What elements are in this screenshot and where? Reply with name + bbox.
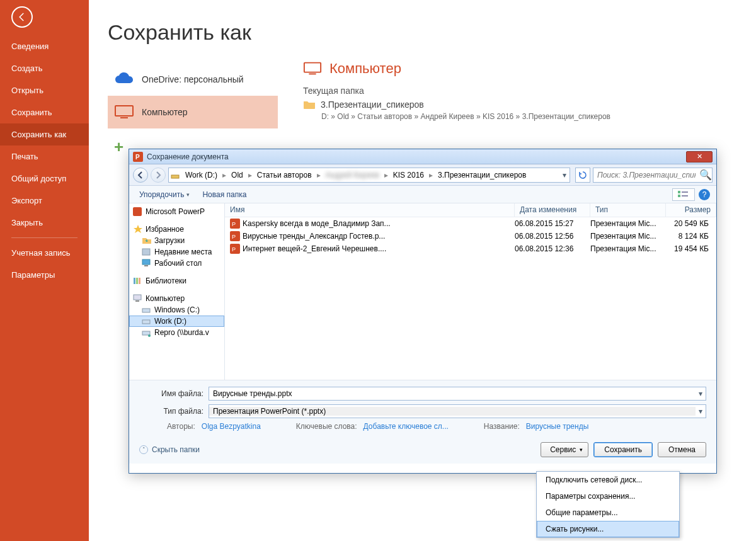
plus-icon: + [114,137,123,157]
svg-rect-13 [142,259,150,265]
backstage-item-0[interactable]: Сведения [0,35,89,57]
svg-rect-18 [134,295,141,300]
breadcrumb-dropdown[interactable]: ▾ [559,168,570,182]
tree-drive-d[interactable]: Work (D:) [129,316,224,327]
svg-text:P: P [232,234,236,240]
tree-drive-c[interactable]: Windows (C:) [129,304,224,316]
backstage-sidebar: СведенияСоздатьОткрытьСохранитьСохранить… [0,0,89,541]
tree-desktop[interactable]: Рабочий стол [129,258,224,269]
tree-downloads[interactable]: Загрузки [129,235,224,246]
backstage-item-8[interactable]: Закрыть [0,212,89,234]
keywords-value[interactable]: Добавьте ключевое сл... [364,422,449,431]
page-title: Сохранить как [108,20,756,45]
tools-menu-item[interactable]: Подключить сетевой диск... [537,472,679,488]
filename-label: Имя файла: [139,389,209,398]
save-dialog: P Сохранение документа ✕ Work (D:)▸Old▸С… [129,149,717,474]
filetype-dropdown[interactable]: ▾ [696,405,706,418]
breadcrumb-seg[interactable]: Статьи авторов [253,171,316,179]
backstage-options[interactable]: Параметры [0,264,89,286]
search-icon: 🔍 [699,169,712,181]
star-icon [133,225,143,234]
breadcrumb-seg[interactable]: Old [227,171,247,179]
filename-dropdown[interactable]: ▾ [696,387,706,400]
location-column: Компьютер Текущая папка 3.Презентации_сп… [303,60,694,121]
breadcrumb[interactable]: Work (D:)▸Old▸Статьи авторов▸Андрей Кире… [168,168,570,183]
tree-recent[interactable]: Недавние места [129,246,224,258]
backstage-item-7[interactable]: Экспорт [0,190,89,212]
place-computer-label: Компьютер [142,107,187,117]
svg-text:P: P [135,154,140,161]
cancel-button[interactable]: Отмена [658,442,706,457]
tools-menu-item[interactable]: Сжать рисунки... [537,521,679,537]
nav-back-button[interactable] [133,168,148,183]
backstage-item-4[interactable]: Сохранить как [0,123,89,145]
place-onedrive-label: OneDrive: персональный [142,74,244,84]
col-date[interactable]: Дата изменения [515,203,590,217]
dialog-close-button[interactable]: ✕ [686,151,713,162]
file-row[interactable]: PKaspersky всегда в моде_Владимир Зап...… [225,217,716,230]
backstage-item-1[interactable]: Создать [0,57,89,79]
tree-computer[interactable]: Компьютер [129,293,224,304]
hide-folders-button[interactable]: ˄ Скрыть папки [139,445,200,454]
search-input[interactable] [593,171,699,179]
svg-rect-17 [139,278,140,284]
breadcrumb-seg[interactable]: Work (D:) [181,171,221,179]
tools-menu-item[interactable]: Общие параметры... [537,504,679,521]
powerpoint-icon [133,207,143,216]
dialog-footer: ˄ Скрыть папки Сервис Сохранить Отмена [129,436,716,464]
backstage-account[interactable]: Учетная запись [0,242,89,264]
file-row[interactable]: PИнтернет вещей-2_Евгений Черешнев....06… [225,242,716,255]
tree-libraries[interactable]: Библиотеки [129,275,224,287]
backstage-item-5[interactable]: Печать [0,145,89,168]
filename-input[interactable] [209,389,696,398]
pptx-icon: P [230,244,240,254]
back-button[interactable] [11,6,33,28]
col-type[interactable]: Тип [590,203,666,217]
save-button[interactable]: Сохранить [593,442,653,457]
tools-button[interactable]: Сервис [541,442,588,457]
authors-label: Авторы: [167,422,195,431]
dialog-navbar: Work (D:)▸Old▸Статьи авторов▸Андрей Кире… [129,164,716,186]
tree-powerpoint[interactable]: Microsoft PowerP [129,206,224,217]
svg-rect-15 [134,278,135,284]
place-onedrive[interactable]: OneDrive: персональный [108,63,278,96]
breadcrumb-seg[interactable]: Андрей Киреев [322,171,383,179]
title-value[interactable]: Вирусные тренды [526,422,588,431]
search-box[interactable]: 🔍 [593,168,713,183]
location-header: Компьютер [303,60,694,77]
filetype-combo[interactable] [209,407,696,416]
computer-icon [133,294,143,303]
breadcrumb-seg[interactable]: KIS 2016 [389,171,428,179]
view-mode-button[interactable] [672,188,695,201]
current-folder[interactable]: 3.Презентации_спикеров [303,100,694,110]
drive-icon [142,305,152,314]
svg-rect-16 [136,278,138,284]
backstage-item-6[interactable]: Общий доступ [0,168,89,190]
svg-rect-11 [133,207,142,216]
new-folder-button[interactable]: Новая папка [196,189,253,200]
authors-value[interactable]: Olga Bezpyatkina [202,422,261,431]
organize-button[interactable]: Упорядочить [135,189,196,200]
network-drive-icon [142,328,152,337]
svg-rect-0 [115,106,133,116]
col-size[interactable]: Размер [666,203,716,217]
help-button[interactable]: ? [699,189,710,200]
tree-drive-repro[interactable]: Repro (\\burda.v [129,327,224,338]
backstage-item-2[interactable]: Открыть [0,79,89,101]
breadcrumb-seg[interactable]: 3.Презентации_спикеров [434,171,530,179]
downloads-icon [142,236,152,245]
tree-favorites[interactable]: Избранное [129,224,224,235]
backstage-item-3[interactable]: Сохранить [0,101,89,123]
chevron-up-icon: ˄ [139,445,148,454]
svg-text:P: P [232,221,236,227]
recent-icon [142,248,152,256]
folder-icon [303,100,316,110]
refresh-button[interactable] [575,168,590,183]
svg-rect-21 [142,320,150,324]
file-row[interactable]: PВирусные тренды_Александр Гостев.p...06… [225,230,716,242]
col-name[interactable]: Имя [225,203,515,217]
svg-rect-10 [682,195,688,196]
nav-forward-button[interactable] [151,168,166,183]
place-computer[interactable]: Компьютер [108,96,278,128]
tools-menu-item[interactable]: Параметры сохранения... [537,488,679,504]
